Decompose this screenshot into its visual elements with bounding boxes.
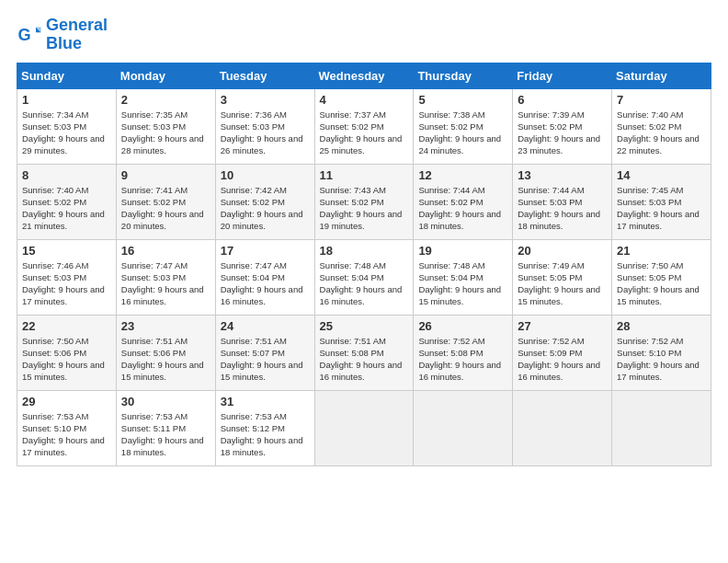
calendar-day: 22 Sunrise: 7:50 AMSunset: 5:06 PMDaylig… (17, 315, 117, 390)
weekday-header: Sunday (17, 63, 117, 88)
calendar-day: 11 Sunrise: 7:43 AMSunset: 5:02 PMDaylig… (314, 164, 414, 239)
day-info: Sunrise: 7:51 AMSunset: 5:08 PMDaylight:… (320, 335, 409, 384)
day-info: Sunrise: 7:35 AMSunset: 5:03 PMDaylight:… (121, 109, 210, 157)
day-number: 27 (518, 319, 607, 333)
calendar-week-row: 15 Sunrise: 7:46 AMSunset: 5:03 PMDaylig… (17, 239, 711, 315)
calendar-day: 10 Sunrise: 7:42 AMSunset: 5:02 PMDaylig… (215, 164, 314, 239)
day-info: Sunrise: 7:41 AMSunset: 5:02 PMDaylight:… (121, 184, 210, 233)
calendar-day: 6 Sunrise: 7:39 AMSunset: 5:02 PMDayligh… (513, 88, 612, 164)
header-row: SundayMondayTuesdayWednesdayThursdayFrid… (17, 63, 711, 88)
calendar-day: 3 Sunrise: 7:36 AMSunset: 5:03 PMDayligh… (215, 88, 314, 164)
day-number: 24 (221, 319, 310, 333)
day-info: Sunrise: 7:50 AMSunset: 5:05 PMDaylight:… (617, 259, 706, 308)
day-number: 30 (121, 395, 210, 408)
day-info: Sunrise: 7:49 AMSunset: 5:05 PMDaylight:… (518, 259, 607, 308)
logo-text: General Blue (46, 17, 108, 53)
calendar-day: 15 Sunrise: 7:46 AMSunset: 5:03 PMDaylig… (17, 239, 117, 315)
day-number: 26 (418, 319, 507, 333)
day-number: 19 (418, 244, 507, 258)
day-number: 21 (617, 244, 706, 258)
weekday-header: Thursday (414, 63, 513, 88)
calendar-day: 7 Sunrise: 7:40 AMSunset: 5:02 PMDayligh… (612, 88, 711, 164)
calendar-day: 21 Sunrise: 7:50 AMSunset: 5:05 PMDaylig… (612, 239, 711, 315)
day-number: 8 (22, 168, 111, 182)
day-number: 15 (22, 244, 111, 258)
day-number: 22 (22, 319, 111, 333)
weekday-header: Monday (116, 63, 215, 88)
day-number: 23 (121, 319, 210, 333)
day-info: Sunrise: 7:44 AMSunset: 5:03 PMDaylight:… (518, 184, 607, 233)
day-number: 11 (320, 168, 409, 182)
day-info: Sunrise: 7:37 AMSunset: 5:02 PMDaylight:… (320, 109, 409, 157)
day-info: Sunrise: 7:44 AMSunset: 5:02 PMDaylight:… (418, 184, 507, 233)
day-number: 1 (22, 93, 111, 107)
svg-text:G: G (17, 25, 30, 43)
day-number: 20 (518, 244, 607, 258)
calendar-day (414, 390, 513, 465)
day-number: 31 (221, 395, 310, 408)
day-number: 13 (518, 168, 607, 182)
day-number: 4 (320, 93, 409, 107)
day-info: Sunrise: 7:52 AMSunset: 5:08 PMDaylight:… (418, 335, 507, 384)
weekday-header: Wednesday (314, 63, 414, 88)
day-info: Sunrise: 7:48 AMSunset: 5:04 PMDaylight:… (320, 259, 409, 308)
day-number: 16 (121, 244, 210, 258)
day-info: Sunrise: 7:47 AMSunset: 5:04 PMDaylight:… (221, 259, 310, 308)
calendar-day: 5 Sunrise: 7:38 AMSunset: 5:02 PMDayligh… (414, 88, 513, 164)
weekday-header: Tuesday (215, 63, 314, 88)
day-number: 5 (418, 93, 507, 107)
day-number: 10 (221, 168, 310, 182)
calendar-day: 19 Sunrise: 7:48 AMSunset: 5:04 PMDaylig… (414, 239, 513, 315)
weekday-header: Saturday (612, 63, 711, 88)
day-info: Sunrise: 7:39 AMSunset: 5:02 PMDaylight:… (518, 109, 607, 157)
day-info: Sunrise: 7:38 AMSunset: 5:02 PMDaylight:… (418, 109, 507, 157)
day-number: 28 (617, 319, 706, 333)
header: G General Blue (17, 17, 711, 53)
day-info: Sunrise: 7:52 AMSunset: 5:09 PMDaylight:… (518, 335, 607, 384)
day-info: Sunrise: 7:40 AMSunset: 5:02 PMDaylight:… (617, 109, 706, 157)
day-info: Sunrise: 7:53 AMSunset: 5:11 PMDaylight:… (121, 410, 210, 459)
calendar-day: 17 Sunrise: 7:47 AMSunset: 5:04 PMDaylig… (215, 239, 314, 315)
day-number: 7 (617, 93, 706, 107)
day-info: Sunrise: 7:36 AMSunset: 5:03 PMDaylight:… (221, 109, 310, 157)
calendar-day (612, 390, 711, 465)
calendar-day: 2 Sunrise: 7:35 AMSunset: 5:03 PMDayligh… (116, 88, 215, 164)
day-number: 18 (320, 244, 409, 258)
day-info: Sunrise: 7:51 AMSunset: 5:07 PMDaylight:… (221, 335, 310, 384)
day-info: Sunrise: 7:53 AMSunset: 5:12 PMDaylight:… (221, 410, 310, 459)
calendar-day: 25 Sunrise: 7:51 AMSunset: 5:08 PMDaylig… (314, 315, 414, 390)
calendar-day: 16 Sunrise: 7:47 AMSunset: 5:03 PMDaylig… (116, 239, 215, 315)
calendar-week-row: 1 Sunrise: 7:34 AMSunset: 5:03 PMDayligh… (17, 88, 711, 164)
day-number: 12 (418, 168, 507, 182)
day-info: Sunrise: 7:47 AMSunset: 5:03 PMDaylight:… (121, 259, 210, 308)
day-info: Sunrise: 7:48 AMSunset: 5:04 PMDaylight:… (418, 259, 507, 308)
calendar-day: 31 Sunrise: 7:53 AMSunset: 5:12 PMDaylig… (215, 390, 314, 465)
weekday-header: Friday (513, 63, 612, 88)
day-number: 3 (221, 93, 310, 107)
calendar-day: 23 Sunrise: 7:51 AMSunset: 5:06 PMDaylig… (116, 315, 215, 390)
day-info: Sunrise: 7:42 AMSunset: 5:02 PMDaylight:… (221, 184, 310, 233)
calendar-day: 30 Sunrise: 7:53 AMSunset: 5:11 PMDaylig… (116, 390, 215, 465)
calendar-day: 8 Sunrise: 7:40 AMSunset: 5:02 PMDayligh… (17, 164, 117, 239)
calendar-day: 26 Sunrise: 7:52 AMSunset: 5:08 PMDaylig… (414, 315, 513, 390)
calendar-day: 24 Sunrise: 7:51 AMSunset: 5:07 PMDaylig… (215, 315, 314, 390)
logo-icon: G (17, 22, 42, 48)
day-number: 25 (320, 319, 409, 333)
calendar-header: SundayMondayTuesdayWednesdayThursdayFrid… (17, 63, 711, 88)
day-number: 29 (22, 395, 111, 408)
calendar-day: 27 Sunrise: 7:52 AMSunset: 5:09 PMDaylig… (513, 315, 612, 390)
calendar-day: 9 Sunrise: 7:41 AMSunset: 5:02 PMDayligh… (116, 164, 215, 239)
day-info: Sunrise: 7:34 AMSunset: 5:03 PMDaylight:… (22, 109, 111, 157)
logo: G General Blue (17, 17, 108, 53)
calendar-day: 14 Sunrise: 7:45 AMSunset: 5:03 PMDaylig… (612, 164, 711, 239)
day-number: 6 (518, 93, 607, 107)
calendar-body: 1 Sunrise: 7:34 AMSunset: 5:03 PMDayligh… (17, 88, 711, 465)
page: G General Blue SundayMondayTuesdayWednes… (0, 0, 728, 476)
day-info: Sunrise: 7:51 AMSunset: 5:06 PMDaylight:… (121, 335, 210, 384)
calendar-day: 29 Sunrise: 7:53 AMSunset: 5:10 PMDaylig… (17, 390, 117, 465)
calendar-day: 4 Sunrise: 7:37 AMSunset: 5:02 PMDayligh… (314, 88, 414, 164)
calendar-week-row: 22 Sunrise: 7:50 AMSunset: 5:06 PMDaylig… (17, 315, 711, 390)
day-number: 17 (221, 244, 310, 258)
calendar-day: 1 Sunrise: 7:34 AMSunset: 5:03 PMDayligh… (17, 88, 117, 164)
day-info: Sunrise: 7:52 AMSunset: 5:10 PMDaylight:… (617, 335, 706, 384)
